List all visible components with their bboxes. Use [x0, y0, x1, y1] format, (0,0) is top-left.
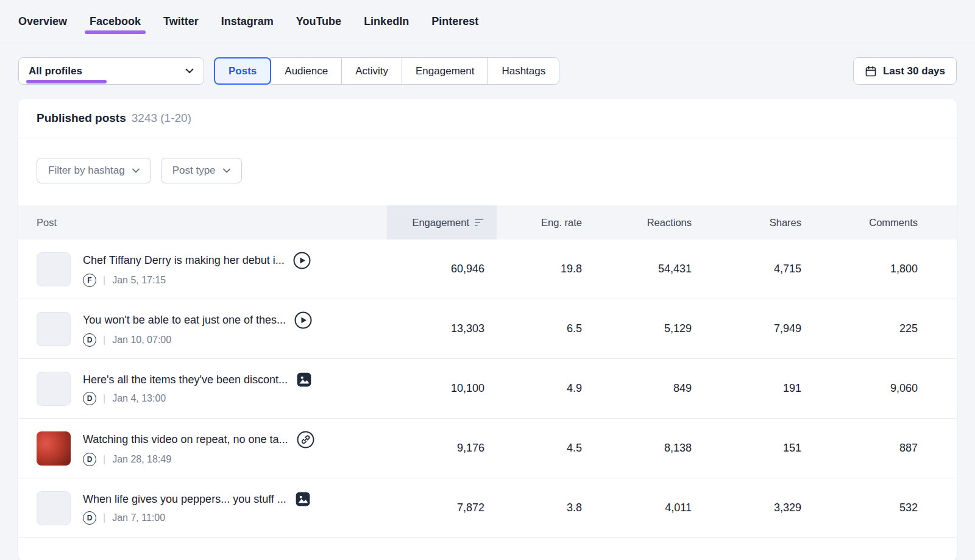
profile-select-highlight: [26, 80, 107, 83]
shares-value: 7,949: [704, 322, 814, 335]
engagement-value: 10,100: [387, 382, 497, 395]
card-title: Published posts: [37, 112, 126, 125]
shares-value: 191: [704, 382, 814, 395]
profile-select-value: All profiles: [29, 65, 82, 77]
comments-value: 9,060: [814, 382, 957, 395]
post-info: Chef Tiffany Derry is making her debut i…: [83, 252, 311, 287]
column-header-shares[interactable]: Shares: [704, 205, 814, 239]
channel-nav: Overview Facebook Twitter Instagram YouT…: [0, 0, 975, 43]
shares-value: 3,329: [704, 502, 814, 514]
post-info: You won't be able to eat just one of the…: [83, 311, 312, 347]
meta-separator: |: [103, 393, 105, 404]
sort-descending-icon: [475, 219, 484, 226]
post-thumbnail[interactable]: [37, 372, 71, 406]
reactions-value: 849: [594, 382, 704, 395]
eng-rate-value: 3.8: [497, 502, 594, 514]
post-cell: Chef Tiffany Derry is making her debut i…: [18, 252, 387, 287]
chevron-down-icon: [185, 68, 194, 74]
post-info: Here's all the items they've been discon…: [83, 372, 312, 405]
reactions-value: 54,431: [594, 263, 704, 275]
network-badge: D: [83, 453, 96, 466]
tab-hashtags[interactable]: Hashtags: [488, 57, 559, 85]
profile-select[interactable]: All profiles: [18, 57, 204, 85]
view-tabs: Posts Audience Activity Engagement Hasht…: [214, 57, 559, 85]
engagement-value: 13,303: [387, 322, 497, 335]
meta-separator: |: [103, 275, 105, 286]
meta-separator: |: [103, 512, 105, 523]
chevron-down-icon: [132, 168, 140, 173]
card-header: Published posts 3243 (1-20): [18, 99, 957, 138]
chevron-down-icon: [223, 168, 230, 173]
post-title[interactable]: You won't be able to eat just one of the…: [83, 314, 286, 327]
comments-value: 1,800: [814, 263, 957, 275]
table-row[interactable]: Watching this video on repeat, no one ta…: [18, 419, 957, 478]
tab-engagement[interactable]: Engagement: [402, 57, 488, 85]
column-header-reactions[interactable]: Reactions: [594, 205, 704, 239]
engagement-value: 7,872: [387, 502, 497, 514]
post-date: Jan 4, 13:00: [112, 393, 166, 404]
eng-rate-value: 6.5: [497, 322, 594, 335]
table-row[interactable]: Chef Tiffany Derry is making her debut i…: [18, 239, 957, 299]
post-title[interactable]: Watching this video on repeat, no one ta…: [83, 433, 288, 446]
posts-count: 3243 (1-20): [132, 112, 191, 125]
comments-value: 225: [814, 322, 957, 335]
network-badge: D: [83, 333, 96, 347]
network-badge: F: [83, 274, 96, 287]
post-info: Watching this video on repeat, no one ta…: [83, 431, 314, 466]
post-thumbnail[interactable]: [37, 252, 71, 286]
post-cell: You won't be able to eat just one of the…: [18, 311, 387, 347]
post-title[interactable]: Here's all the items they've been discon…: [83, 374, 288, 386]
meta-separator: |: [103, 335, 105, 346]
table-row[interactable]: Here's all the items they've been discon…: [18, 359, 957, 419]
reactions-value: 5,129: [594, 322, 704, 335]
tab-audience[interactable]: Audience: [271, 57, 342, 85]
eng-rate-value: 4.9: [497, 382, 594, 395]
comments-value: 532: [814, 502, 957, 514]
column-header-comments[interactable]: Comments: [814, 205, 957, 239]
nav-tab-facebook[interactable]: Facebook: [90, 2, 141, 41]
shares-value: 151: [704, 442, 814, 455]
post-date: Jan 7, 11:00: [112, 512, 165, 523]
date-range-label: Last 30 days: [883, 65, 945, 77]
network-badge: D: [83, 392, 96, 405]
post-type-button[interactable]: Post type: [161, 158, 242, 183]
engagement-value: 60,946: [387, 263, 497, 275]
link-icon: [297, 431, 314, 448]
video-play-icon: [294, 311, 312, 329]
calendar-icon: [865, 65, 877, 77]
post-title[interactable]: Chef Tiffany Derry is making her debut i…: [83, 254, 285, 267]
post-title[interactable]: When life gives you peppers... you stuff…: [83, 493, 286, 506]
tab-activity[interactable]: Activity: [341, 57, 402, 85]
post-thumbnail[interactable]: [37, 431, 71, 466]
reactions-value: 4,011: [594, 502, 704, 514]
reactions-value: 8,138: [594, 442, 704, 455]
column-header-engagement[interactable]: Engagement: [387, 205, 497, 239]
nav-tab-pinterest[interactable]: Pinterest: [431, 2, 478, 41]
filter-by-hashtag-button[interactable]: Filter by hashtag: [37, 158, 151, 183]
table-header: Post Engagement Eng. rate Reactions Shar…: [18, 205, 957, 239]
nav-tab-instagram[interactable]: Instagram: [221, 2, 274, 41]
nav-tab-overview[interactable]: Overview: [18, 2, 67, 41]
nav-tab-twitter[interactable]: Twitter: [163, 2, 199, 41]
photo-icon: [296, 372, 312, 388]
column-header-eng-rate[interactable]: Eng. rate: [497, 205, 594, 239]
network-badge: D: [83, 511, 96, 525]
comments-value: 887: [814, 442, 957, 455]
video-play-icon: [293, 252, 311, 269]
post-date: Jan 10, 07:00: [112, 335, 171, 346]
post-cell: Here's all the items they've been discon…: [18, 372, 387, 406]
published-posts-card: Published posts 3243 (1-20) Filter by ha…: [18, 99, 957, 560]
engagement-value: 9,176: [387, 442, 497, 455]
meta-separator: |: [103, 454, 105, 465]
eng-rate-value: 19.8: [497, 263, 594, 275]
column-header-post[interactable]: Post: [18, 205, 387, 239]
post-thumbnail[interactable]: [37, 312, 71, 346]
nav-tab-youtube[interactable]: YouTube: [296, 2, 341, 41]
post-thumbnail[interactable]: [37, 491, 71, 525]
date-range-button[interactable]: Last 30 days: [853, 57, 957, 85]
table-row[interactable]: You won't be able to eat just one of the…: [18, 299, 957, 359]
filter-toolbar: All profiles Posts Audience Activity Eng…: [0, 57, 975, 85]
tab-posts[interactable]: Posts: [214, 57, 271, 85]
table-row[interactable]: When life gives you peppers... you stuff…: [18, 478, 957, 538]
nav-tab-linkedin[interactable]: LinkedIn: [364, 2, 409, 41]
